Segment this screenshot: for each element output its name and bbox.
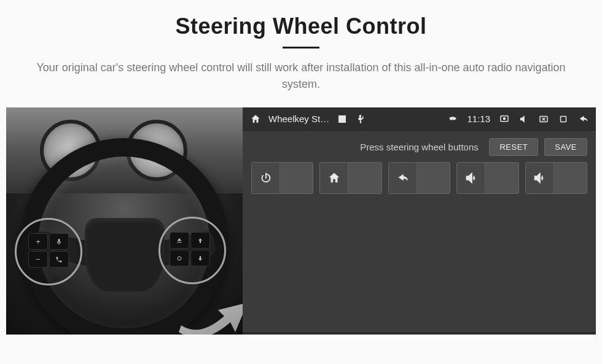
assign-slot-back[interactable] xyxy=(388,162,450,194)
image-icon xyxy=(337,114,348,125)
page-title: Steering Wheel Control xyxy=(0,14,602,39)
clock-time: 11:13 xyxy=(467,114,490,124)
hint-text: Press steering wheel buttons xyxy=(360,142,479,152)
svg-point-2 xyxy=(504,117,506,119)
reset-button[interactable]: RESET xyxy=(489,138,538,156)
back-icon xyxy=(389,163,417,193)
recent-apps-icon[interactable] xyxy=(558,114,569,125)
arrow-icon xyxy=(175,273,243,335)
android-footer xyxy=(243,332,596,335)
android-headunit: Wheelkey St… 11:13 xyxy=(243,107,596,335)
home-icon[interactable] xyxy=(250,114,261,125)
back-nav-icon[interactable] xyxy=(577,114,588,125)
wheel-hub xyxy=(85,218,165,292)
home-icon xyxy=(320,163,348,193)
status-bar: Wheelkey St… 11:13 xyxy=(243,107,596,131)
volume-up-icon xyxy=(526,163,554,193)
hint-bar: Press steering wheel buttons RESET SAVE xyxy=(243,131,596,162)
action-buttons: RESET SAVE xyxy=(489,138,587,156)
content-row: + − xyxy=(0,107,602,335)
screenshot-icon[interactable] xyxy=(499,114,510,125)
assign-row xyxy=(243,162,596,194)
assign-slot-power[interactable] xyxy=(251,162,313,194)
svg-rect-4 xyxy=(561,116,566,122)
mute-icon[interactable] xyxy=(518,114,530,125)
callout-circle-left xyxy=(15,218,82,285)
assign-slot-volup-b[interactable] xyxy=(525,162,587,194)
volume-up-icon xyxy=(457,163,485,193)
close-app-icon[interactable] xyxy=(538,114,549,125)
save-button[interactable]: SAVE xyxy=(544,138,587,156)
wifi-icon xyxy=(447,114,458,125)
page-subtitle: Your original car's steering wheel contr… xyxy=(0,60,602,93)
steering-wheel-image: + − xyxy=(6,107,243,335)
usb-icon xyxy=(355,114,366,125)
power-icon xyxy=(252,163,280,193)
title-underline xyxy=(283,47,319,48)
assign-slot-volup-a[interactable] xyxy=(456,162,518,194)
assign-slot-home[interactable] xyxy=(319,162,381,194)
app-title: Wheelkey St… xyxy=(268,114,329,124)
